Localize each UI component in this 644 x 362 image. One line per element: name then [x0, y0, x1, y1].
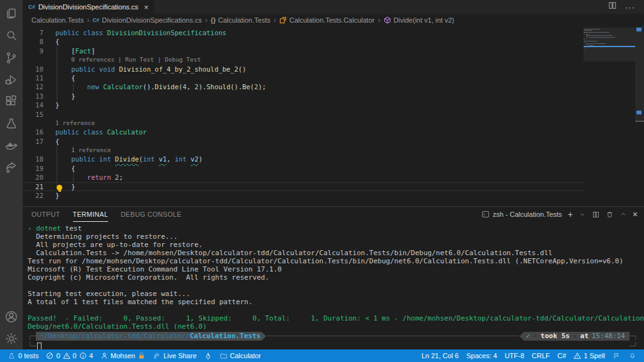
status-live-share[interactable]: Live Share [149, 349, 201, 362]
status-workspace[interactable]: Calculator [216, 349, 265, 362]
code-token: () [238, 65, 247, 73]
minimap-line [586, 38, 587, 38]
notifications-bell-icon[interactable] [625, 349, 640, 362]
code-token: { [55, 138, 59, 145]
live-share-activity-icon[interactable] [0, 156, 23, 178]
status-account[interactable]: Mohsen [97, 349, 149, 362]
flame-icon [204, 352, 212, 360]
terminal-text: test [61, 224, 82, 233]
more-actions-icon[interactable]: ··· [625, 3, 635, 12]
overview-marker [636, 28, 641, 31]
code-token: Divide [115, 155, 139, 163]
run-and-debug-icon[interactable] [0, 69, 23, 90]
status-eol[interactable]: CRLF [528, 349, 554, 362]
editor-code[interactable]: 7public class DivisionDivisionSpecificat… [23, 26, 584, 206]
account-icon[interactable] [0, 305, 23, 327]
kill-terminal-icon[interactable] [606, 211, 614, 219]
terminal-selector[interactable]: zsh - Calculation.Tests [481, 210, 562, 219]
tab-division-specifications[interactable]: C# DivisionDivisionSpecifications.cs × [23, 0, 154, 14]
tab-close-icon[interactable]: × [144, 3, 149, 11]
terminal-output[interactable]: › dotnet test Determining projects to re… [23, 222, 644, 349]
code-token [55, 155, 71, 163]
panel-header: OUTPUT TERMINAL DEBUG CONSOLE zsh - Calc… [23, 207, 644, 222]
prompt-path-pill: ~/Desktop/calculator-tdd/Calculator/Calc… [36, 332, 262, 341]
code-token: v2 [191, 155, 199, 163]
vscode-window: C# DivisionDivisionSpecifications.cs × ·… [0, 0, 644, 349]
scrollbar-slider[interactable] [635, 26, 644, 122]
status-indentation[interactable]: Spaces: 4 [462, 349, 501, 362]
code-row: 12 new Calculator().Divide(4, 2).Should(… [23, 82, 584, 91]
csharp-file-icon: C# [92, 17, 99, 23]
code-token: ); [258, 83, 267, 90]
minimap-line [584, 33, 585, 33]
settings-gear-icon[interactable] [0, 327, 23, 349]
status-cursor-position[interactable]: Ln 21, Col 6 [418, 349, 462, 362]
line-number [23, 119, 43, 128]
line-number: 17 [23, 137, 43, 146]
prompt-duration: took 5s [541, 332, 570, 341]
namespace-icon: {} [211, 17, 216, 24]
breadcrumb-project[interactable]: Calculation.Tests [31, 16, 84, 24]
terminal-text: All projects are up-to-date for restore. [28, 241, 203, 249]
breadcrumb-class[interactable]: Calculation.Tests.Calculator [279, 16, 375, 24]
search-icon[interactable] [0, 25, 23, 47]
codelens-links[interactable]: 1 reference [55, 119, 95, 128]
status-tests[interactable]: 0 tests [4, 349, 42, 362]
breadcrumb-method[interactable]: Divide(int v1, int v2) [384, 16, 455, 24]
code-token: { [55, 74, 75, 82]
split-editor-icon[interactable] [608, 1, 618, 13]
terminal-text: › [28, 224, 32, 233]
tab-debug-console[interactable]: DEBUG CONSOLE [121, 207, 182, 222]
maximize-panel-icon[interactable] [619, 211, 627, 218]
code-row: 13 } [23, 92, 584, 101]
warning-icon [63, 352, 70, 359]
breadcrumb-separator: › [274, 16, 276, 25]
code-token: int [175, 155, 187, 163]
minimap-line [586, 43, 606, 44]
terminal-lines: › dotnet test Determining projects to re… [28, 224, 638, 331]
overview-ruler[interactable] [635, 26, 644, 206]
testing-icon[interactable] [0, 112, 23, 134]
codelens-links[interactable]: 0 references | Run Test | Debug Test [71, 55, 201, 64]
docker-icon[interactable] [0, 134, 23, 156]
code-row: 7public class DivisionDivisionSpecificat… [23, 28, 584, 37]
terminal-dropdown-icon[interactable] [579, 211, 586, 218]
split-terminal-icon[interactable] [592, 211, 600, 219]
beaker-icon [8, 352, 16, 360]
check-icon: ✓ [526, 332, 530, 341]
feedback-icon[interactable] [609, 349, 625, 362]
minimap[interactable] [584, 26, 635, 206]
tab-output[interactable]: OUTPUT [31, 207, 60, 222]
code-token: public [55, 29, 79, 36]
panel-actions: zsh - Calculation.Tests + × [481, 210, 638, 219]
code-row: 21 } [23, 182, 584, 191]
status-language[interactable]: C# [553, 349, 570, 362]
status-encoding[interactable]: UTF-8 [501, 349, 528, 362]
code-row: 11 { [23, 74, 584, 82]
status-flame[interactable] [201, 349, 216, 362]
status-problems[interactable]: 0 0 4 [42, 349, 96, 362]
terminal-text: dotnet [36, 224, 61, 233]
breadcrumb-namespace[interactable]: {}Calculation.Tests [211, 16, 270, 24]
breadcrumb-file[interactable]: C#DivisionDivisionSpecifications.cs [92, 16, 202, 24]
code-line: [Fact] [55, 47, 95, 55]
new-terminal-icon[interactable]: + [568, 210, 573, 219]
source-control-icon[interactable] [0, 47, 23, 69]
lightbulb-icon[interactable] [57, 185, 62, 190]
warning-icon [574, 352, 581, 359]
explorer-icon[interactable] [0, 3, 23, 25]
status-spell[interactable]: 1 Spell [570, 349, 609, 362]
terminal-line: Determining projects to restore... [28, 233, 638, 241]
minimap-line [586, 44, 587, 45]
code-token: return [87, 173, 111, 181]
code-token: { [55, 165, 75, 172]
extensions-icon[interactable] [0, 90, 23, 112]
line-number: 21 [23, 183, 43, 190]
code-token: class [83, 29, 103, 36]
code-line: { [55, 37, 59, 46]
tab-terminal[interactable]: TERMINAL [73, 207, 108, 222]
panel-tabs: OUTPUT TERMINAL DEBUG CONSOLE [31, 207, 182, 222]
terminal-line: Debug/net6.0/Calculation.Tests.dll (net6… [28, 322, 638, 331]
codelens-links[interactable]: 1 reference [71, 146, 111, 155]
close-panel-icon[interactable]: × [633, 210, 638, 219]
